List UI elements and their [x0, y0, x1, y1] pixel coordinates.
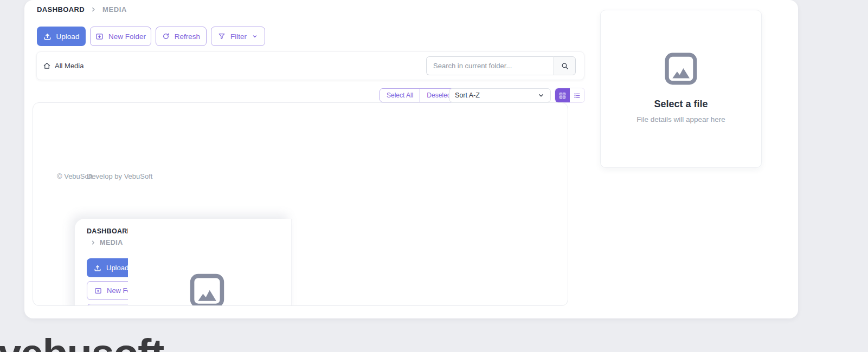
breadcrumb: DASHBOARD MEDIA — [37, 5, 127, 14]
chevron-down-icon — [252, 33, 258, 40]
list-view-button[interactable] — [570, 88, 584, 102]
refresh-icon — [162, 32, 170, 40]
mini-upload-button[interactable]: Upload — [87, 258, 128, 277]
search-button[interactable] — [554, 56, 576, 75]
search-group — [426, 56, 576, 75]
select-all-button[interactable]: Select All — [380, 89, 420, 102]
filter-button[interactable]: Filter — [211, 27, 265, 46]
new-folder-button-label: New Folder — [108, 32, 146, 41]
upload-icon — [94, 264, 101, 272]
view-toggle — [555, 88, 584, 102]
image-placeholder-icon — [663, 51, 699, 87]
search-icon — [561, 62, 569, 70]
folder-plus-icon — [94, 287, 102, 295]
chevron-down-icon — [537, 92, 545, 99]
details-title: Select a file — [654, 99, 708, 110]
folder-plus-icon — [95, 32, 104, 41]
media-manager-screen: DASHBOARD MEDIA Upload New Folder — [0, 0, 868, 352]
selection-group: Select All Deselect — [380, 88, 459, 102]
breadcrumb-dashboard[interactable]: DASHBOARD — [37, 5, 85, 14]
toolbar: Upload New Folder Refresh Filter — [37, 27, 265, 46]
refresh-button-label: Refresh — [175, 32, 200, 41]
mini-breadcrumb-dashboard: DASHBOARD — [87, 227, 128, 235]
home-icon — [43, 62, 51, 70]
search-input[interactable] — [426, 56, 554, 75]
grid-view-button[interactable] — [555, 88, 570, 102]
folder-bar: All Media — [36, 51, 584, 80]
mini-clipped-button[interactable] — [87, 304, 128, 306]
image-placeholder-icon — [188, 272, 226, 306]
refresh-button[interactable]: Refresh — [156, 27, 207, 46]
all-media-link[interactable]: All Media — [43, 62, 83, 70]
all-media-label: All Media — [55, 62, 83, 70]
grid-icon — [559, 92, 566, 99]
filter-button-label: Filter — [230, 32, 247, 41]
list-icon — [574, 92, 581, 99]
upload-button-label: Upload — [56, 32, 80, 41]
details-subtitle: File details will appear here — [636, 115, 725, 123]
brand-logo: vebusoft — [0, 333, 164, 352]
chevron-right-icon — [91, 240, 96, 245]
mini-new-folder-button[interactable]: New Folder — [87, 281, 128, 300]
chevron-right-icon — [91, 6, 97, 12]
breadcrumb-media: MEDIA — [102, 5, 127, 14]
upload-button[interactable]: Upload — [37, 27, 86, 46]
upload-icon — [43, 32, 52, 41]
file-details-panel: Select a file File details will appear h… — [600, 10, 762, 168]
sort-select[interactable]: Sort A-Z — [449, 88, 551, 102]
mini-breadcrumb-media-label: MEDIA — [100, 239, 123, 246]
file-grid-area: © VebuSoft Develop by VebuSoft DASHBOARD… — [33, 102, 568, 306]
funnel-icon — [218, 32, 226, 40]
sort-select-value: Sort A-Z — [455, 92, 480, 99]
new-folder-button[interactable]: New Folder — [90, 27, 151, 46]
mini-new-folder-button-label: New Folder — [107, 286, 128, 295]
mini-preview-content: DASHBOARD MEDIA Upload — [87, 227, 128, 306]
credit-text: Develop by VebuSoft — [87, 172, 152, 180]
mini-breadcrumb-media: MEDIA — [91, 239, 123, 246]
mini-upload-button-label: Upload — [106, 264, 128, 272]
